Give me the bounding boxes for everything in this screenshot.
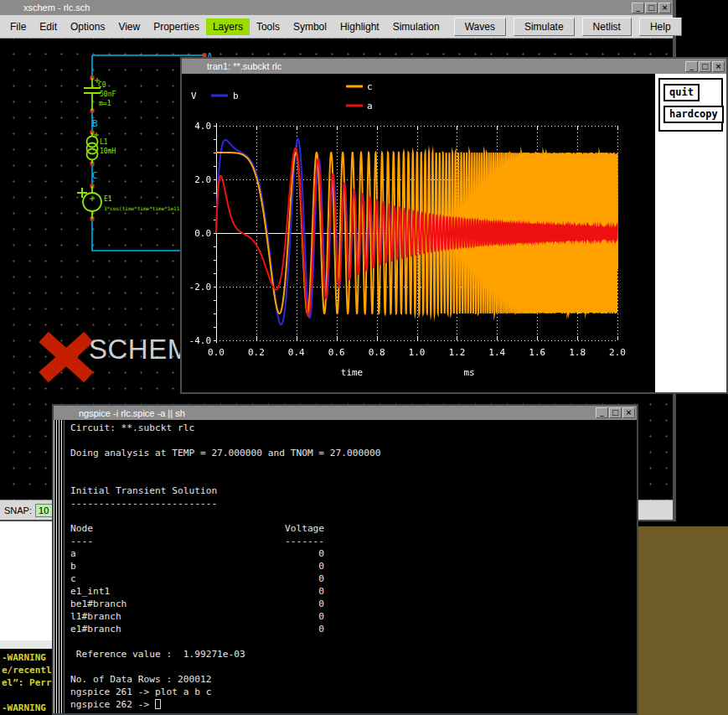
xschem-logo-x: [37, 330, 96, 382]
inductor-symbol[interactable]: [87, 132, 100, 163]
plot-button-box: quit hardcopy: [658, 78, 723, 132]
source-expression: 3*cos(time*time*time*1e11): [104, 205, 183, 211]
menu-view[interactable]: View: [111, 18, 147, 35]
net-label-b[interactable]: B: [92, 118, 98, 129]
maximize-button[interactable]: □: [645, 3, 658, 13]
terminal-window: ngspice -i rlc.spice -a || sh _ □ × Circ…: [52, 404, 638, 715]
xschem-window-controls: _ □ ×: [632, 3, 673, 13]
hardcopy-button[interactable]: hardcopy: [663, 106, 724, 123]
quit-button[interactable]: quit: [663, 84, 700, 101]
terminal-cursor: [155, 699, 161, 709]
close-button[interactable]: ×: [712, 61, 725, 72]
terminal-window-controls: _ □ ×: [596, 407, 637, 418]
simulate-button[interactable]: Simulate: [514, 18, 575, 36]
terminal-body[interactable]: Circuit: **.subckt rlc Doing analysis at…: [54, 420, 637, 713]
desktop-wallpaper: [628, 526, 728, 715]
minimize-button[interactable]: _: [685, 61, 698, 72]
waveform-canvas[interactable]: [182, 74, 655, 392]
plot-window-title: tran1: **.subckt rlc: [182, 61, 685, 71]
capacitor-attr: m=1: [99, 100, 111, 107]
terminal-scrollbar[interactable]: [54, 420, 65, 713]
voltage-source-symbol[interactable]: [77, 186, 101, 219]
menubar: FileEditOptionsViewPropertiesLayersTools…: [0, 15, 673, 39]
net-label-c[interactable]: C: [92, 170, 98, 181]
background-white-window: [0, 521, 54, 640]
menu-tools[interactable]: Tools: [250, 18, 287, 35]
netlist-button[interactable]: Netlist: [582, 18, 632, 36]
menu-highlight[interactable]: Highlight: [333, 18, 386, 35]
waves-button[interactable]: Waves: [454, 18, 506, 36]
inductor-value: 10mH: [100, 148, 116, 155]
minimize-button[interactable]: _: [632, 3, 644, 13]
xschem-window-title: xschem - rlc.sch: [0, 3, 632, 13]
maximize-button[interactable]: □: [609, 407, 622, 418]
plot-side-panel: quit hardcopy: [655, 74, 726, 392]
plot-body: quit hardcopy: [182, 74, 726, 392]
xschem-titlebar[interactable]: xschem - rlc.sch _ □ ×: [0, 0, 673, 15]
warning-text: -WARNING e/recently el”: Perr -WARNING: [0, 649, 52, 714]
maximize-button[interactable]: □: [699, 61, 711, 72]
terminal-window-title: ngspice -i rlc.spice -a || sh: [54, 408, 596, 418]
menu-symbol[interactable]: Symbol: [287, 18, 333, 35]
source-name: E1: [104, 195, 112, 203]
menu-layers[interactable]: Layers: [206, 18, 250, 35]
menu-file[interactable]: File: [3, 18, 33, 35]
menu-edit[interactable]: Edit: [33, 18, 64, 35]
help-button[interactable]: Help: [639, 18, 682, 36]
menu-properties[interactable]: Properties: [147, 18, 206, 35]
terminal-titlebar[interactable]: ngspice -i rlc.spice -a || sh _ □ ×: [54, 406, 637, 420]
plot-titlebar[interactable]: tran1: **.subckt rlc _ □ ×: [182, 59, 726, 74]
menu-simulation[interactable]: Simulation: [386, 18, 447, 35]
plot-window: tran1: **.subckt rlc _ □ × quit hardcopy: [180, 57, 728, 394]
capacitor-value: 50nF: [100, 91, 116, 98]
terminal-output: Circuit: **.subckt rlc Doing analysis at…: [70, 422, 380, 711]
xschem-logo-text: SCHEM: [89, 334, 191, 365]
capacitor-name: C0: [98, 81, 106, 89]
close-button[interactable]: ×: [658, 3, 671, 13]
background-terminal: -WARNING e/recently el”: Perr -WARNING: [0, 649, 52, 715]
menu-options[interactable]: Options: [64, 18, 111, 35]
close-button[interactable]: ×: [622, 407, 635, 418]
plot-window-controls: _ □ ×: [685, 61, 726, 72]
snap-label: SNAP:: [4, 505, 32, 516]
inductor-name: L1: [100, 138, 108, 146]
minimize-button[interactable]: _: [596, 407, 608, 418]
